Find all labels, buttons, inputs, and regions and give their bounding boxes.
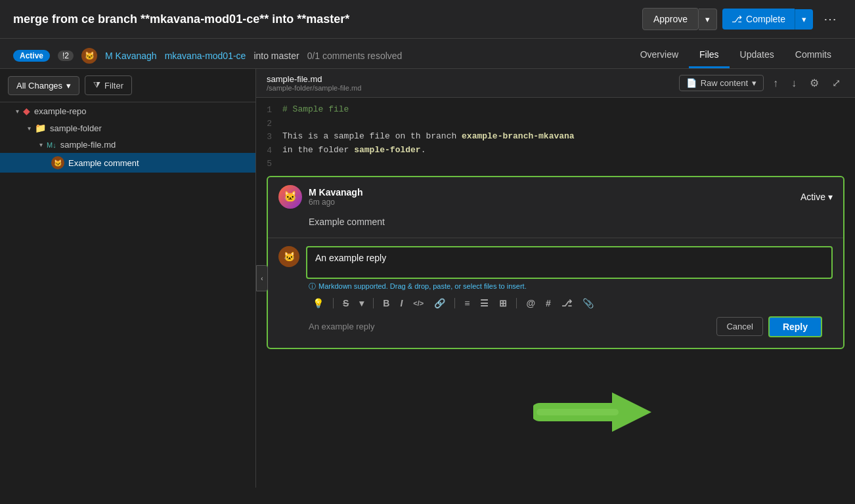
complete-button[interactable]: ⎇ Complete	[722, 9, 795, 30]
scroll-up-button[interactable]: ↑	[769, 75, 782, 92]
page-header: merge from ce branch **mkavana-mod01-ce*…	[0, 0, 855, 39]
tree-item-comment[interactable]: 🐱 Example comment	[0, 153, 255, 173]
comment-label: Example comment	[68, 158, 139, 168]
line-number: 2	[256, 117, 282, 131]
line-content: This is a sample file on th branch examp…	[282, 130, 855, 143]
tree-item-file[interactable]: ▾ M↓ sample-file.md	[0, 136, 255, 153]
page-title: merge from ce branch **mkavana-mod01-ce*…	[13, 12, 349, 26]
reply-textarea[interactable]	[306, 246, 833, 279]
commenter-name: M Kavanagh	[309, 187, 362, 198]
branch-button[interactable]: ⎇	[558, 295, 576, 311]
chevron-down-icon: ▾	[39, 141, 43, 148]
comment-header: 🐱 M Kavanagh 6m ago Active ▾	[268, 177, 843, 211]
tree-item-folder[interactable]: ▾ 📁 sample-folder	[0, 119, 255, 136]
tab-updates[interactable]: Updates	[730, 43, 785, 68]
repo-label: example-repo	[34, 106, 87, 116]
toolbar-separator	[516, 298, 517, 308]
settings-icon[interactable]: ⚙	[806, 74, 823, 92]
commenter-avatar: 🐱	[278, 185, 302, 209]
author-name[interactable]: M Kavanagh	[105, 51, 157, 61]
chevron-down-icon: ▾	[28, 125, 31, 132]
format-dropdown-button[interactable]: ▾	[355, 295, 368, 311]
repo-icon: ◆	[23, 106, 30, 116]
line-number: 3	[256, 130, 282, 144]
toolbar-separator	[333, 298, 334, 308]
expand-button[interactable]: ⤢	[828, 74, 844, 92]
italic-button[interactable]: I	[396, 295, 406, 311]
attachment-button[interactable]: 📎	[579, 295, 598, 311]
code-button[interactable]: </>	[409, 297, 428, 310]
sidebar: All Changes ▾ ⧩ Filter ▾ ◆ example-repo …	[0, 69, 256, 488]
code-line-1: 1 # Sample file	[256, 103, 855, 117]
code-area: 1 # Sample file 2 3 This is a sample fil…	[256, 98, 855, 488]
line-content	[282, 117, 855, 130]
comment-actions: An example reply Cancel Reply	[278, 311, 833, 340]
toolbar-separator	[373, 298, 374, 308]
toolbar-separator	[454, 298, 455, 308]
modified-icon: M↓	[47, 141, 56, 149]
lightbulb-button[interactable]: 💡	[309, 295, 328, 311]
file-tree: ▾ ◆ example-repo ▾ 📁 sample-folder ▾ M↓ …	[0, 102, 255, 173]
file-path-info: sample-file.md /sample-folder/sample-fil…	[267, 74, 361, 92]
filter-button[interactable]: ⧩ Filter	[85, 75, 132, 95]
main-content: All Changes ▾ ⧩ Filter ▾ ◆ example-repo …	[0, 69, 855, 488]
line-content: # Sample file	[282, 103, 855, 116]
folder-icon: 📁	[35, 123, 46, 133]
sub-header: Active !2 🐱 M Kavanagh mkavana-mod01-ce …	[0, 39, 855, 69]
reply-area: 🐱 ⓘ Markdown supported. Drag & drop, pas…	[268, 238, 843, 348]
approve-dropdown-button[interactable]: ▾	[699, 9, 717, 30]
approve-button[interactable]: Approve	[642, 8, 699, 30]
task-list-button[interactable]: ⊞	[495, 295, 511, 311]
comment-time: 6m ago	[309, 198, 362, 207]
cancel-button[interactable]: Cancel	[716, 317, 762, 336]
branch-link[interactable]: mkavana-mod01-ce	[165, 51, 246, 61]
editor-toolbar: 💡 S ▾ B I </> 🔗 ≡ ☰ ⊞ @	[278, 291, 833, 311]
comments-resolved: 0/1 comments resolved	[307, 51, 403, 61]
link-button[interactable]: 🔗	[430, 295, 449, 311]
more-button[interactable]: ⋯	[818, 9, 842, 30]
line-number: 5	[256, 157, 282, 171]
branch-into: into master	[253, 51, 299, 61]
unordered-list-button[interactable]: ≡	[460, 295, 473, 311]
all-changes-button[interactable]: All Changes ▾	[8, 76, 79, 95]
filter-icon: ⧩	[93, 80, 100, 91]
header-actions: Approve ▾ ⎇ Complete ▾ ⋯	[642, 8, 842, 30]
mention-button[interactable]: @	[522, 295, 539, 311]
markdown-hint-text: Markdown supported. Drag & drop, paste, …	[318, 282, 527, 290]
comment-status-button[interactable]: Active ▾	[800, 192, 833, 202]
code-line-4: 4 in the folder sample-folder.	[256, 144, 855, 158]
bold-button[interactable]: B	[379, 295, 393, 311]
code-line-3: 3 This is a sample file on th branch exa…	[256, 130, 855, 144]
all-changes-label: All Changes	[16, 81, 62, 91]
raw-content-button[interactable]: 📄 Raw content ▾	[679, 75, 764, 91]
code-line-5: 5	[256, 157, 855, 171]
file-header-actions: 📄 Raw content ▾ ↑ ↓ ⚙ ⤢	[679, 74, 844, 92]
bold-folder: sample-folder	[354, 145, 420, 155]
chevron-down-icon: ▾	[828, 192, 833, 202]
tab-files[interactable]: Files	[689, 43, 730, 68]
ordered-list-button[interactable]: ☰	[476, 295, 493, 311]
sidebar-toolbar: All Changes ▾ ⧩ Filter	[0, 69, 255, 102]
strikethrough-button[interactable]: S	[339, 295, 353, 311]
reply-avatar: 🐱	[278, 246, 299, 267]
tab-overview[interactable]: Overview	[630, 43, 689, 68]
file-name: sample-file.md	[267, 74, 361, 84]
comment-count-badge: !2	[58, 51, 74, 61]
file-header: sample-file.md /sample-folder/sample-fil…	[256, 69, 855, 98]
reply-input-row: 🐱	[278, 246, 833, 279]
complete-dropdown-button[interactable]: ▾	[795, 9, 813, 30]
line-content	[282, 157, 855, 170]
filter-label: Filter	[104, 81, 123, 91]
scroll-down-button[interactable]: ↓	[787, 75, 800, 92]
raw-content-label: Raw content	[701, 78, 748, 88]
all-changes-chevron: ▾	[66, 81, 71, 91]
comment-author-info: 🐱 M Kavanagh 6m ago	[278, 185, 362, 209]
comment-avatar: 🐱	[51, 156, 64, 169]
code-line-2: 2	[256, 117, 855, 131]
reply-button[interactable]: Reply	[768, 316, 822, 337]
line-number: 4	[256, 144, 282, 158]
tab-commits[interactable]: Commits	[785, 43, 842, 68]
heading-button[interactable]: #	[542, 295, 555, 311]
comment-thread: 🐱 M Kavanagh 6m ago Active ▾ Example com…	[267, 176, 844, 349]
tree-item-repo[interactable]: ▾ ◆ example-repo	[0, 102, 255, 119]
